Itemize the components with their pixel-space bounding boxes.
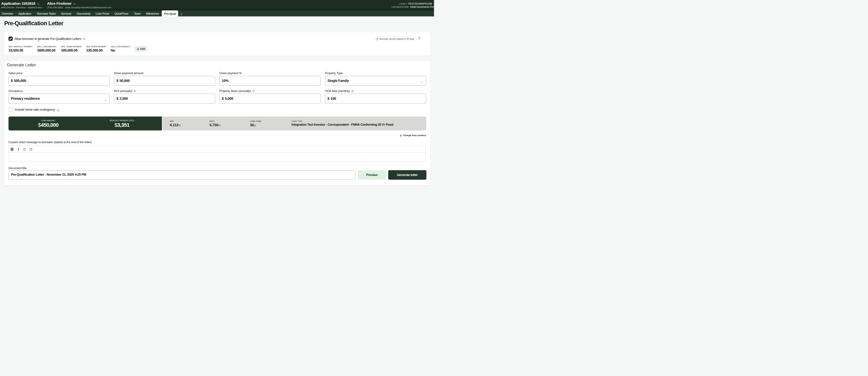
svg-text:1: 1	[29, 148, 30, 149]
svg-text:2: 2	[29, 149, 30, 151]
